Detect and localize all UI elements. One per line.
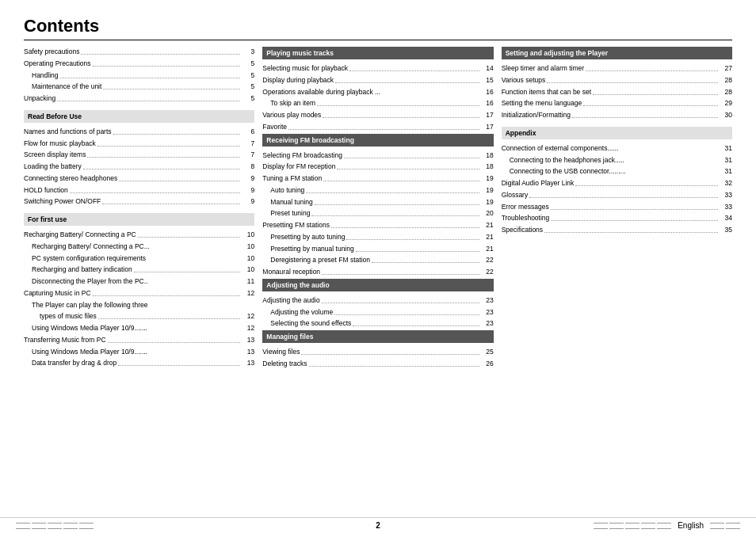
toc-entry-text: Adjusting the audio	[262, 295, 319, 306]
toc-dots	[572, 110, 718, 118]
col2: Playing music tracksSelecting music for …	[262, 47, 493, 369]
toc-entry: Unpacking5	[24, 93, 254, 104]
toc-page-number: 33	[720, 202, 732, 212]
toc-entry: Presetting FM stations21	[262, 220, 493, 230]
toc-dots	[317, 98, 479, 106]
toc-entry: Various play modes17	[262, 110, 493, 120]
toc-entry-text: Sleep timer and alarm timer	[502, 63, 584, 74]
toc-entry: types of music files12	[24, 311, 254, 322]
toc-dots	[372, 255, 479, 263]
toc-entry: Using Windows Media Player 10/9.......12	[24, 323, 254, 333]
toc-dots	[586, 63, 718, 71]
toc-entry: PC system configuration requirements10	[24, 253, 254, 264]
toc-page-number: 5	[242, 82, 254, 92]
toc-dots	[119, 173, 240, 181]
toc-page-number: 28	[720, 75, 732, 86]
toc-entry: Deleting tracks26	[262, 359, 493, 369]
toc-entry: Safety precautions3	[24, 47, 254, 57]
col3: Setting and adjusting the PlayerSleep ti…	[502, 47, 732, 369]
toc-dots	[93, 59, 241, 67]
toc-dots	[337, 162, 479, 169]
toc-dots	[138, 230, 241, 238]
toc-page-number: 23	[481, 295, 494, 306]
toc-entry-text: Recharging and battery indication	[32, 265, 132, 275]
toc-dots	[98, 311, 241, 319]
toc-entry: Error messages33	[502, 202, 732, 212]
toc-entry: Presetting by manual tuning21	[262, 244, 493, 254]
toc-dots	[83, 162, 241, 169]
toc-entry: Auto tuning19	[262, 185, 493, 196]
toc-page-number: 7	[242, 150, 254, 160]
toc-page-number: 32	[720, 178, 732, 188]
toc-page-number: 20	[481, 208, 494, 219]
toc-dots	[335, 75, 479, 83]
toc-entry-text: Recharging Battery/ Connecting a PC	[24, 230, 136, 240]
toc-page-number: 14	[481, 63, 494, 74]
toc-entry: Transferring Music from PC13	[24, 335, 254, 345]
toc-page-number: 23	[481, 307, 494, 318]
toc-entry-text: Unpacking	[24, 93, 55, 104]
toc-entry-text: Connecting stereo headphones	[24, 173, 117, 184]
toc-entry: Initialization/Formatting30	[502, 110, 732, 120]
toc-entry-text: Loading the battery	[24, 162, 82, 172]
toc-entry-text: Screen display items	[24, 150, 86, 160]
toc-page-number: 8	[242, 162, 254, 172]
toc-page-number: 9	[242, 173, 254, 184]
toc-dots	[288, 122, 479, 130]
toc-page-number: 5	[242, 70, 254, 81]
toc-entry: Setting the menu language29	[502, 98, 732, 109]
toc-page-number: 10	[242, 253, 254, 264]
toc-entry-text: Initialization/Formatting	[502, 110, 571, 120]
toc-page-number: 5	[242, 59, 254, 69]
section-header: Read Before Use	[24, 110, 254, 123]
toc-page-number: 19	[481, 173, 494, 184]
toc-page-number: 12	[242, 288, 254, 299]
toc-entry: Recharging and battery indication10	[24, 265, 254, 275]
toc-entry: Monaural reception22	[262, 267, 493, 277]
toc-entry: Specifications35	[502, 225, 732, 235]
toc-dots	[134, 265, 241, 272]
col1: Safety precautions3Operating Precautions…	[24, 47, 254, 369]
toc-page-number: 29	[720, 98, 732, 109]
toc-entry: Recharging Battery/ Connecting a PC10	[24, 230, 254, 240]
toc-entry: Favorite17	[262, 122, 493, 132]
toc-entry: Presetting by auto tuning21	[262, 232, 493, 242]
section-header: For first use	[24, 213, 254, 226]
section-header: Appendix	[502, 127, 732, 139]
toc-columns: Safety precautions3Operating Precautions…	[24, 47, 732, 369]
toc-page-number: 9	[242, 185, 254, 196]
toc-entry-text: The Player can play the following three	[32, 300, 147, 310]
toc-entry: Display for FM reception18	[262, 162, 493, 172]
footer-bar: 2 English	[0, 517, 756, 533]
toc-entry-text: Glossary	[502, 190, 529, 200]
toc-entry-text: To skip an item	[270, 98, 315, 109]
toc-entry: Capturing Music in PC12	[24, 288, 254, 299]
toc-entry: Flow for music playback7	[24, 139, 254, 149]
toc-page-number: 9	[242, 196, 254, 207]
toc-dots	[575, 178, 718, 186]
toc-entry-text: Operations available during playback ...	[262, 87, 380, 97]
toc-entry-text: Using Windows Media Player 10/9.......	[32, 347, 147, 357]
toc-page-number: 12	[242, 311, 254, 322]
toc-page-number: 6	[242, 127, 254, 137]
toc-entry: Connecting to the USB connector.........…	[502, 166, 732, 177]
toc-entry: Names and functions of parts6	[24, 127, 254, 137]
toc-entry-text: Connection of external components......	[502, 143, 619, 154]
toc-dots	[356, 244, 479, 252]
toc-page-number: 17	[481, 122, 494, 132]
language-label: English	[678, 521, 704, 530]
toc-entry: Digital Audio Player Link32	[502, 178, 732, 188]
toc-entry-text: Using Windows Media Player 10/9.......	[32, 323, 147, 333]
toc-entry-text: Tuning a FM station	[262, 173, 322, 184]
toc-dots	[353, 318, 479, 326]
toc-entry: Deregistering a preset FM station22	[262, 255, 493, 265]
toc-entry: Preset tuning20	[262, 208, 493, 219]
toc-entry: Screen display items7	[24, 150, 254, 160]
toc-page-number: 27	[720, 63, 732, 74]
toc-entry-text: Recharging Battery/ Connecting a PC...	[32, 242, 150, 252]
toc-page-number: 28	[720, 87, 732, 97]
toc-page-number: 30	[720, 110, 732, 120]
toc-entry: Disconnecting the Player from the PC..11	[24, 276, 254, 287]
toc-entry-text: Function items that can be set	[502, 87, 591, 97]
toc-entry-text: types of music files	[40, 311, 97, 322]
